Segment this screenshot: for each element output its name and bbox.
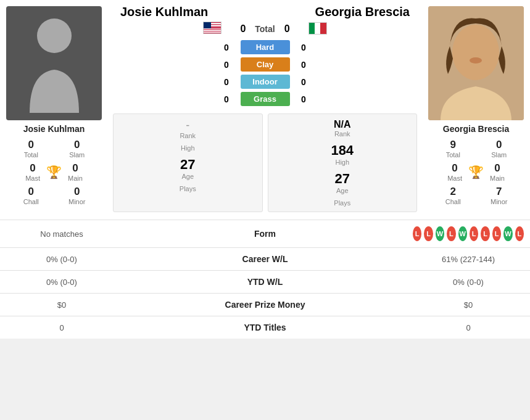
ytd-titles-label: YTD Titles	[123, 316, 407, 339]
right-player-name: Georgia Brescia	[428, 124, 524, 134]
form-badge-8: L	[492, 226, 501, 241]
right-chall-stat: 2 Chall	[431, 186, 475, 205]
right-total-score: 0	[284, 23, 290, 35]
left-mast-value: 0 Mast	[25, 162, 40, 182]
right-player-panel: Georgia Brescia 9 Total 0 Slam	[422, 0, 530, 215]
left-player-name-center: Josie Kuhlman	[120, 5, 208, 19]
svg-point-3	[470, 57, 482, 64]
prize-money-row: $0 Career Prize Money $0	[0, 293, 530, 316]
ytd-wl-right: 0% (0-0)	[407, 271, 530, 293]
left-main-value: 0 Main	[68, 162, 83, 182]
right-main-stat: 0 Main	[490, 162, 505, 182]
indoor-right-score: 0	[296, 77, 312, 87]
right-plays-box: Plays	[273, 199, 412, 207]
career-wl-right: 61% (227-144)	[407, 249, 530, 270]
grass-row: 0 Grass 0	[114, 92, 416, 106]
prize-money-left: $0	[0, 294, 123, 316]
left-slam-value: 0 Slam	[56, 139, 99, 159]
clay-left-score: 0	[219, 60, 234, 70]
svg-point-2	[452, 25, 499, 80]
clay-button: Clay	[241, 57, 290, 72]
ytd-wl-left: 0% (0-0)	[0, 271, 123, 293]
form-badge-6: L	[470, 226, 478, 241]
hard-left-score: 0	[219, 43, 234, 52]
right-high-box: 184 High	[273, 142, 412, 166]
grass-left-score: 0	[219, 94, 234, 104]
right-flag	[308, 22, 327, 36]
form-badge-7: L	[481, 226, 489, 241]
clay-row: 0 Clay 0	[114, 57, 416, 72]
left-high-box: High	[118, 144, 257, 152]
form-badge-2: L	[424, 226, 433, 241]
left-plays-box: Plays	[118, 185, 257, 192]
ytd-wl-row: 0% (0-0) YTD W/L 0% (0-0)	[0, 270, 530, 293]
svg-point-0	[37, 19, 72, 53]
ytd-titles-row: 0 YTD Titles 0	[0, 316, 530, 339]
total-label: Total	[255, 24, 275, 34]
form-badge-3: W	[436, 226, 444, 241]
form-row: No matches Form L L W L W L L L W L	[0, 220, 530, 247]
form-badge-1: L	[413, 226, 421, 241]
career-wl-left: 0% (0-0)	[0, 249, 123, 270]
right-rank-box: N/A Rank	[273, 119, 412, 138]
right-slam-stat: 0 Slam	[478, 139, 521, 159]
left-age-box: 27 Age	[118, 157, 257, 180]
left-minor-value: 0 Minor	[56, 186, 99, 205]
hard-row: 0 Hard 0	[114, 40, 416, 54]
prize-money-label: Career Prize Money	[123, 294, 407, 316]
prize-money-right: $0	[407, 294, 530, 316]
career-wl-row: 0% (0-0) Career W/L 61% (227-144)	[0, 247, 530, 270]
left-chall-value: 0 Chall	[9, 186, 53, 205]
left-player-panel: Josie Kuhlman 0 Total 0 Slam	[0, 0, 108, 215]
clay-right-score: 0	[296, 60, 312, 70]
ytd-titles-left: 0	[0, 317, 123, 339]
grass-button: Grass	[241, 92, 290, 106]
right-player-photo	[428, 6, 524, 120]
ytd-titles-right: 0	[407, 317, 530, 339]
form-badge-9: W	[503, 226, 512, 241]
right-trophy-icon: 🏆	[468, 165, 484, 179]
grass-right-score: 0	[296, 94, 312, 104]
form-left: No matches	[0, 223, 123, 245]
left-total-score: 0	[240, 23, 246, 35]
left-stats-box: - Rank High 27 Age Plays	[113, 113, 263, 212]
left-rank-box: - Rank	[118, 119, 257, 139]
form-badge-5: W	[458, 226, 467, 241]
hard-button: Hard	[241, 40, 290, 54]
bottom-stats-table: No matches Form L L W L W L L L W L 0% (	[0, 220, 530, 339]
left-player-name: Josie Kuhlman	[6, 124, 102, 134]
left-flag	[203, 22, 222, 36]
ytd-wl-label: YTD W/L	[123, 271, 407, 293]
left-trophy-icon: 🏆	[46, 165, 62, 179]
form-badge-10: L	[515, 226, 524, 241]
right-minor-stat: 7 Minor	[478, 186, 521, 205]
form-right: L L W L W L L L W L	[407, 220, 530, 247]
form-badge-4: L	[447, 226, 455, 241]
indoor-row: 0 Indoor 0	[114, 75, 416, 89]
right-age-box: 27 Age	[273, 171, 412, 194]
center-panel: Josie Kuhlman Georgia Brescia 0 Total 0	[108, 0, 422, 215]
left-player-photo	[6, 6, 102, 120]
career-wl-label: Career W/L	[123, 248, 407, 270]
left-total-value: 0 Total	[9, 139, 53, 159]
hard-right-score: 0	[296, 43, 312, 52]
right-total-stat: 9 Total	[431, 139, 475, 159]
right-player-name-center: Georgia Brescia	[315, 5, 410, 19]
right-mast-stat: 0 Mast	[447, 162, 462, 182]
indoor-left-score: 0	[219, 77, 234, 87]
right-stats-box: N/A Rank 184 High 27 Age Plays	[268, 113, 418, 212]
indoor-button: Indoor	[241, 75, 290, 89]
form-label: Form	[123, 223, 407, 245]
